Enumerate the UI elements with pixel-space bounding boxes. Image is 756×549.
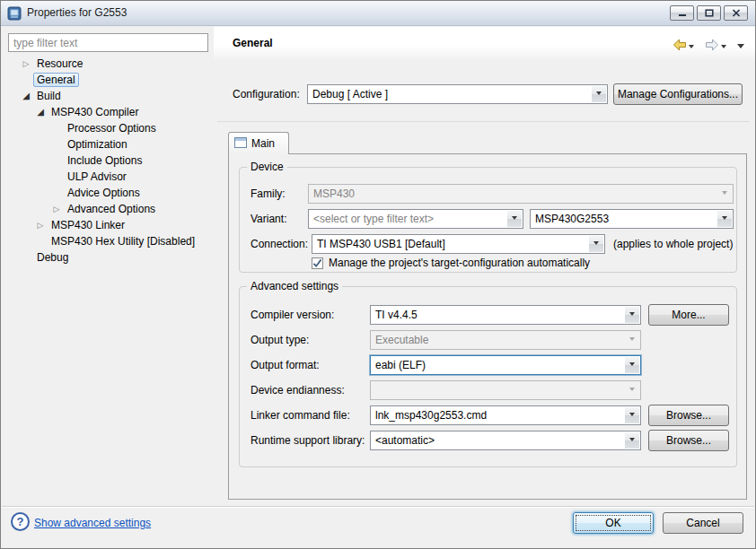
view-menu-icon[interactable] (737, 44, 744, 52)
output-type-value: Executable (375, 332, 623, 348)
app-icon (7, 6, 22, 21)
tree-item-label: Optimization (64, 137, 131, 152)
form-icon (234, 137, 247, 151)
check-icon (312, 258, 322, 268)
titlebar[interactable]: Properties for G2553 (1, 1, 755, 26)
maximize-button[interactable] (697, 5, 721, 21)
tree-item-advice-options[interactable]: Advice Options (8, 185, 211, 201)
page-title: General (233, 37, 273, 49)
tree-item-msp430-hex-utility[interactable]: MSP430 Hex Utility [Disabled] (8, 233, 211, 249)
chevron-down-icon (717, 186, 732, 202)
properties-tree: ▷ Resource General ◢ Build ◢ MSP430 Comp… (8, 56, 211, 266)
expand-collapsed-icon[interactable]: ▷ (19, 57, 33, 71)
connection-value: TI MSP430 USB1 [Default] (317, 236, 587, 252)
tree-item-optimization[interactable]: Optimization (8, 136, 211, 152)
variant-filter-select[interactable]: <select or type filter text> (308, 209, 523, 229)
chevron-down-icon (625, 307, 639, 323)
device-group-title: Device (247, 161, 287, 174)
tree-item-label: Advanced Options (64, 202, 159, 216)
tree-item-label: ULP Advisor (64, 170, 130, 184)
tree-item-general[interactable]: General (8, 72, 211, 88)
compiler-version-label: Compiler version: (251, 305, 334, 325)
tree-item-debug[interactable]: Debug (8, 249, 211, 266)
variant-select[interactable]: MSP430G2553 (530, 209, 734, 229)
manage-target-config-checkbox[interactable] (312, 257, 323, 269)
runtime-support-library-label: Runtime support library: (251, 431, 365, 450)
tree-item-label: Resource (33, 57, 86, 71)
output-format-label: Output format: (251, 355, 320, 375)
manage-configurations-button[interactable]: Manage Configurations... (613, 83, 743, 105)
linker-command-file-label: Linker command file: (251, 405, 350, 425)
show-advanced-settings-link[interactable]: Show advanced settings (34, 515, 151, 531)
tree-item-resource[interactable]: ▷ Resource (8, 56, 211, 72)
expand-expanded-icon[interactable]: ◢ (33, 105, 48, 119)
config-separator (217, 121, 750, 122)
tree-item-label: Debug (33, 250, 72, 265)
runtime-support-library-select[interactable]: <automatic> (370, 431, 641, 450)
tree-item-ulp-advisor[interactable]: ULP Advisor (8, 169, 211, 185)
tree-item-label: Include Options (64, 153, 145, 168)
chevron-down-icon (625, 432, 639, 449)
help-button[interactable]: ? (11, 512, 30, 531)
tree-item-label: Build (33, 89, 65, 103)
tab-label: Main (251, 137, 275, 150)
forward-history-dropdown-icon[interactable] (721, 45, 726, 51)
variant-label: Variant: (251, 209, 286, 229)
filter-input[interactable] (8, 33, 208, 52)
advanced-settings-title: Advanced settings (247, 280, 342, 293)
page-nav (672, 39, 744, 54)
family-value: MSP430 (313, 186, 716, 202)
expand-collapsed-icon[interactable]: ▷ (49, 202, 64, 216)
chevron-down-icon (625, 332, 639, 348)
linker-command-file-select[interactable]: lnk_msp430g2553.cmd (370, 405, 641, 425)
device-endianness-label: Device endianness: (251, 380, 345, 400)
runtime-support-library-value: <automatic> (375, 432, 623, 449)
tab-main[interactable]: Main (228, 132, 289, 154)
device-endianness-value (375, 382, 623, 398)
family-label: Family: (251, 184, 286, 204)
output-type-label: Output type: (251, 330, 309, 350)
back-history-dropdown-icon[interactable] (689, 45, 694, 51)
compiler-version-value: TI v4.4.5 (375, 307, 623, 323)
output-type-select: Executable (370, 330, 641, 350)
device-endianness-select (370, 380, 641, 400)
tree-item-msp430-compiler[interactable]: ◢ MSP430 Compiler (8, 104, 211, 120)
expand-expanded-icon[interactable]: ◢ (19, 89, 33, 103)
connection-select[interactable]: TI MSP430 USB1 [Default] (312, 234, 605, 254)
tree-item-label: MSP430 Linker (48, 218, 128, 232)
expand-collapsed-icon[interactable]: ▷ (33, 218, 48, 232)
more-button[interactable]: More... (648, 304, 729, 326)
tree-item-include-options[interactable]: Include Options (8, 152, 211, 169)
chevron-down-icon (625, 382, 639, 398)
output-format-select[interactable]: eabi (ELF) (370, 355, 641, 375)
properties-dialog: Properties for G2553 ▷ Resource General … (0, 0, 756, 549)
compiler-version-select[interactable]: TI v4.4.5 (370, 305, 641, 325)
output-format-value: eabi (ELF) (375, 357, 623, 373)
minimize-button[interactable] (670, 5, 694, 21)
connection-note: (applies to whole project) (613, 234, 733, 254)
chevron-down-icon (507, 211, 522, 227)
manage-target-config-label[interactable]: Manage the project's target-configuratio… (329, 256, 590, 270)
browse-runtime-button[interactable]: Browse... (648, 430, 729, 451)
tree-item-processor-options[interactable]: Processor Options (8, 120, 211, 136)
close-icon (732, 9, 741, 17)
configuration-select[interactable]: Debug [ Active ] (307, 84, 608, 104)
family-select: MSP430 (308, 184, 734, 204)
close-button[interactable] (724, 5, 748, 21)
cancel-button[interactable]: Cancel (663, 512, 743, 534)
browse-linker-button[interactable]: Browse... (648, 405, 729, 426)
configuration-value: Debug [ Active ] (312, 86, 590, 102)
back-arrow-icon[interactable] (672, 39, 687, 54)
linker-command-file-value: lnk_msp430g2553.cmd (375, 407, 623, 423)
device-group: Device Family: MSP430 Variant: <select o… (239, 167, 737, 273)
tree-item-label: Advice Options (64, 186, 144, 200)
advanced-settings-group: Advanced settings Compiler version: TI v… (239, 286, 737, 467)
variant-value: MSP430G2553 (535, 211, 716, 227)
tree-item-build[interactable]: ◢ Build (8, 88, 211, 104)
chevron-down-icon (625, 407, 639, 423)
ok-button[interactable]: OK (573, 512, 654, 534)
tree-item-advanced-options[interactable]: ▷ Advanced Options (8, 201, 211, 217)
configuration-label: Configuration: (233, 84, 300, 104)
tree-item-msp430-linker[interactable]: ▷ MSP430 Linker (8, 217, 211, 233)
forward-arrow-icon[interactable] (705, 39, 719, 54)
